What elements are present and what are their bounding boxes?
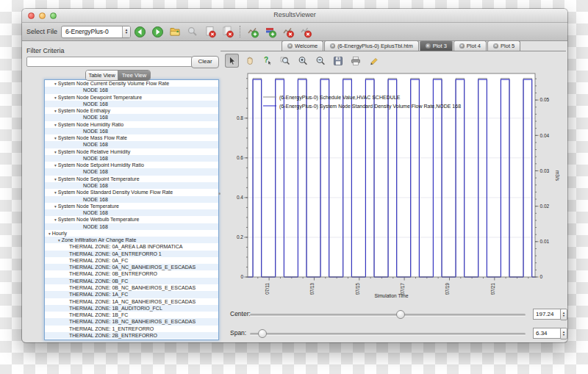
open-file-button[interactable] — [166, 24, 184, 39]
tree-row[interactable]: ▾System Node Standard Density Volume Flo… — [45, 189, 218, 195]
tree-row[interactable]: NODE 168 — [45, 182, 218, 189]
center-slider-thumb[interactable] — [396, 310, 405, 319]
pan-tool-button[interactable] — [243, 54, 257, 68]
clear-filter-button[interactable]: Clear — [191, 56, 219, 68]
close-plot-button[interactable] — [279, 24, 297, 39]
doc-tab-plot-5[interactable]: ✕Plot 5 — [487, 40, 520, 51]
tree-row[interactable]: ▾System Node Setpoint Temperature — [45, 176, 218, 182]
filter-input[interactable] — [26, 57, 193, 67]
tree-row[interactable]: THERMAL ZONE: 0A_AREA LAB INFORMATICA — [45, 243, 218, 250]
whats-this-tool-button[interactable]: ? — [260, 54, 274, 68]
span-value-field[interactable]: 6.34 — [533, 328, 562, 339]
minimize-window-button[interactable] — [39, 12, 46, 19]
expand-triangle-icon[interactable]: ▾ — [54, 81, 57, 87]
add-table-button[interactable] — [262, 24, 279, 39]
tree-row[interactable]: NODE 168 — [45, 209, 218, 216]
tree-row[interactable]: NODE 168 — [45, 196, 218, 203]
plot-canvas[interactable]: 00.20.40.60.800.010.020.030.040.0507/110… — [220, 69, 566, 309]
span-stepper[interactable]: ▲▼ — [560, 328, 567, 339]
print-plot-button[interactable] — [348, 54, 362, 68]
expand-triangle-icon[interactable]: ▾ — [54, 94, 57, 101]
tree-row[interactable]: NODE 168 — [45, 155, 218, 162]
tree-row[interactable]: NODE 168 — [45, 87, 218, 93]
tree-row[interactable]: THERMAL ZONE: 1A_FC — [45, 291, 218, 298]
save-plot-button[interactable] — [331, 54, 345, 68]
tree-row[interactable]: ▾System Node Current Density Volume Flow… — [45, 80, 218, 87]
span-slider[interactable] — [250, 333, 526, 335]
tree-row[interactable]: THERMAL ZONE: 1B_AUDITORIO_FCL — [45, 305, 218, 312]
tree-row[interactable]: ▾System Node Enthalpy — [45, 107, 218, 114]
doc-tab--6-energyplus-0-eplustbl-htm[interactable]: ✕(6-EnergyPlus-0) EplusTbl.htm — [324, 40, 419, 51]
tab-table-view[interactable]: Table View — [86, 71, 118, 80]
tree-row[interactable]: ▾Zone Infiltration Air Change Rate — [45, 237, 218, 243]
tab-close-icon[interactable]: ✕ — [459, 43, 465, 48]
tree-row[interactable]: ▾System Node Wetbulb Temperature — [45, 216, 218, 223]
tree-row[interactable]: THERMAL ZONE: 0B_NC_BANHEIROS_E_ESCADAS — [45, 284, 218, 291]
tree-row[interactable]: ▾System Node Humidity Ratio — [45, 121, 218, 128]
close-window-button[interactable] — [28, 12, 35, 19]
tree-row[interactable]: ▾System Node Dewpoint Temperature — [45, 94, 218, 101]
doc-tab-plot-3[interactable]: ✕Plot 3 — [420, 40, 453, 51]
center-value-field[interactable]: 197.24 — [533, 309, 562, 320]
close-all-plots-button[interactable] — [297, 24, 315, 39]
tab-tree-view[interactable]: Tree View — [118, 71, 150, 80]
tree-row[interactable]: ▾System Node Setpoint Humidity Ratio — [45, 162, 218, 168]
zoom-in-button[interactable] — [295, 54, 309, 68]
expand-triangle-icon[interactable]: ▾ — [54, 121, 57, 128]
expand-triangle-icon[interactable]: ▾ — [49, 230, 51, 237]
center-stepper[interactable]: ▲▼ — [560, 309, 567, 320]
file-select-dropdown[interactable]: 6-EnergyPlus-0 ▲▼ — [61, 26, 131, 38]
tab-close-icon[interactable]: ✕ — [330, 43, 335, 48]
tab-close-icon[interactable]: ✕ — [493, 43, 498, 48]
select-tool-button[interactable] — [225, 54, 239, 68]
add-plot-button[interactable] — [244, 24, 262, 39]
tree-row[interactable]: THERMAL ZONE: 0A_ENTREFORRO 1 — [45, 251, 218, 257]
zoom-region-button[interactable] — [278, 54, 292, 68]
tree-row[interactable]: NODE 168 — [45, 128, 218, 134]
tree-row[interactable]: NODE 168 — [45, 223, 218, 230]
zoom-out-button[interactable] — [313, 54, 327, 68]
doc-tab-welcome[interactable]: ✕Welcome — [282, 40, 323, 51]
tree-row[interactable]: NODE 168 — [45, 141, 218, 148]
tree-row[interactable]: NODE 168 — [45, 101, 218, 107]
close-file-button[interactable] — [201, 24, 219, 39]
tree-row[interactable]: NODE 168 — [45, 168, 218, 175]
tree-row[interactable]: ▾System Node Temperature — [45, 203, 218, 209]
tree-row[interactable]: THERMAL ZONE: 1B_NC_BANHEIROS_E_ESCADAS — [45, 318, 218, 325]
expand-triangle-icon[interactable]: ▾ — [54, 108, 57, 115]
tree-row[interactable]: THERMAL ZONE: 1A_NC_BANHEIROS_E_ESCADAS — [45, 298, 218, 305]
tree-row[interactable]: THERMAL ZONE: 1_ENTREFORRO — [45, 326, 218, 332]
center-slider[interactable] — [250, 314, 526, 316]
expand-triangle-icon[interactable]: ▾ — [58, 237, 60, 244]
dropdown-stepper-icon: ▲▼ — [122, 26, 130, 37]
tree-row-label: NODE 168 — [83, 115, 108, 120]
expand-triangle-icon[interactable]: ▾ — [54, 135, 57, 142]
expand-triangle-icon[interactable]: ▾ — [54, 203, 57, 209]
search-file-button[interactable] — [184, 24, 201, 39]
tree-row[interactable]: THERMAL ZONE: 1B_FC — [45, 312, 218, 318]
edit-plot-button[interactable] — [366, 54, 380, 68]
tree-row[interactable]: THERMAL ZONE: 0B_FC — [45, 278, 218, 284]
expand-triangle-icon[interactable]: ▾ — [54, 176, 57, 182]
title-bar[interactable]: ResultsViewer — [22, 9, 567, 23]
tree-row[interactable]: THERMAL ZONE: 0B_ENTREFORRO — [45, 270, 218, 277]
tree-row[interactable]: THERMAL ZONE: 0A_NC_BANHEIROS_E_ESCADAS — [45, 264, 218, 270]
zoom-window-button[interactable] — [50, 12, 57, 19]
tree-row[interactable]: ▾Hourly — [45, 230, 218, 237]
expand-triangle-icon[interactable]: ▾ — [54, 217, 57, 223]
tree-row[interactable]: ▾System Node Mass Flow Rate — [45, 134, 218, 141]
span-slider-thumb[interactable] — [258, 329, 267, 338]
next-file-button[interactable] — [148, 24, 166, 39]
close-all-files-button[interactable] — [219, 24, 237, 39]
tree-row[interactable]: ▾System Node Relative Humidity — [45, 148, 218, 155]
tree-row[interactable]: THERMAL ZONE: 0A_FC — [45, 257, 218, 264]
tab-close-icon[interactable]: ✕ — [287, 43, 293, 48]
expand-triangle-icon[interactable]: ▾ — [54, 148, 57, 155]
tab-close-icon[interactable]: ✕ — [426, 43, 431, 48]
expand-triangle-icon[interactable]: ▾ — [54, 190, 57, 196]
expand-triangle-icon[interactable]: ▾ — [54, 162, 57, 169]
tree-row[interactable]: NODE 168 — [45, 114, 218, 121]
doc-tab-plot-4[interactable]: ✕Plot 4 — [453, 40, 487, 51]
tree-row[interactable]: THERMAL ZONE: 2B_ENTREFORRO — [45, 332, 218, 339]
previous-file-button[interactable] — [131, 24, 148, 39]
